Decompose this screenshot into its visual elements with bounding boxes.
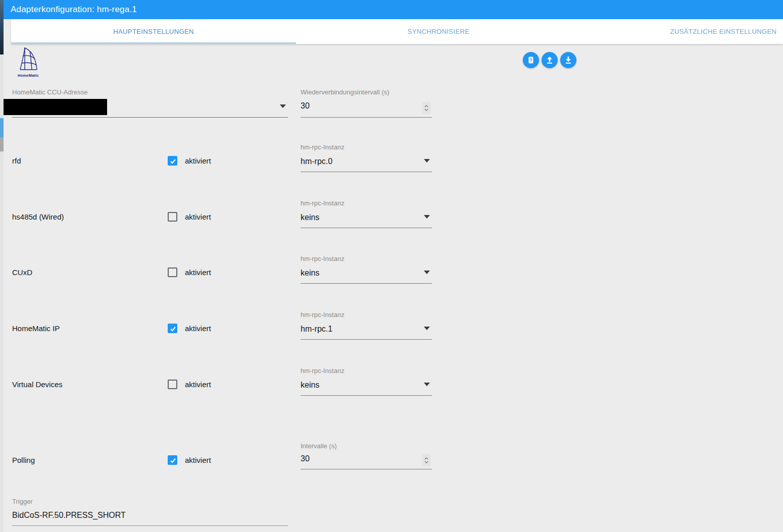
instance-label: hm-rpc-Instanz	[301, 143, 345, 151]
homematic-sail-icon	[17, 46, 40, 71]
cuxd-instance-select[interactable]: hm-rpc-Instanz keins	[301, 253, 432, 284]
daemon-name: CUxD	[12, 268, 32, 277]
virtual-devices-instance-select[interactable]: hm-rpc-Instanz keins	[301, 365, 432, 396]
upload-icon	[546, 56, 554, 64]
polling-name: Polling	[12, 456, 35, 464]
trigger-label: Trigger	[12, 498, 33, 505]
instance-label: hm-rpc-Instanz	[301, 367, 345, 375]
browser-edge-artifact-blue	[0, 118, 4, 137]
daemon-row-cuxd: CUxD aktiviert hm-rpc-Instanz keins	[0, 253, 455, 284]
instance-value: keins	[301, 269, 319, 278]
polling-interval-input[interactable]	[301, 454, 402, 463]
daemon-row-hs485d: hs485d (Wired) aktiviert hm-rpc-Instanz …	[0, 197, 455, 228]
chevron-down-icon[interactable]	[280, 104, 286, 108]
instance-value: keins	[301, 381, 319, 390]
tab-haupteinstellungen[interactable]: HAUPTEINSTELLUNGEN	[11, 19, 296, 44]
download-button[interactable]	[560, 52, 576, 68]
daemon-row-homematic-ip: HomeMatic IP aktiviert hm-rpc-Instanz hm…	[0, 309, 455, 340]
chevron-down-icon[interactable]	[424, 215, 430, 219]
homematic-logo-caption: HomeMatic	[15, 73, 41, 78]
checkmark-icon	[169, 157, 177, 165]
checkbox-label[interactable]: aktiviert	[185, 268, 211, 277]
active-tab-indicator	[11, 42, 296, 44]
ccu-address-label: HomeMatic CCU-Adresse	[12, 88, 88, 96]
checkbox-label[interactable]: aktiviert	[185, 212, 211, 221]
checkbox-label[interactable]: aktiviert	[185, 380, 211, 389]
number-stepper[interactable]	[422, 102, 431, 114]
polling-interval-field: Intervalle (s)	[301, 440, 432, 469]
checkmark-icon	[169, 325, 177, 333]
question-doc-icon: ?	[527, 56, 535, 64]
chevron-down-icon[interactable]	[424, 327, 430, 330]
daemon-name: rfd	[12, 156, 21, 165]
homematic-logo: HomeMatic	[15, 46, 41, 78]
polling-enabled-checkbox[interactable]	[168, 455, 177, 465]
upload-button[interactable]	[542, 52, 558, 68]
checkbox-label[interactable]: aktiviert	[185, 456, 211, 464]
daemon-row-virtual-devices: Virtual Devices aktiviert hm-rpc-Instanz…	[0, 365, 455, 396]
dialog-title: Adapterkonfiguration: hm-rega.1	[4, 5, 137, 15]
chevron-down-icon	[424, 109, 428, 111]
hs485d-instance-select[interactable]: hm-rpc-Instanz keins	[301, 197, 432, 228]
instance-label: hm-rpc-Instanz	[301, 199, 345, 207]
tab-label: SYNCHRONISIERE	[408, 28, 470, 35]
tab-label: ZUSÄTZLICHE EINSTELLUNGEN	[670, 28, 777, 35]
download-icon	[564, 56, 572, 64]
chevron-down-icon	[424, 461, 428, 463]
checkbox-label[interactable]: aktiviert	[185, 324, 211, 333]
checkbox-label[interactable]: aktiviert	[185, 156, 211, 165]
help-button[interactable]: ?	[523, 52, 539, 68]
tab-label: HAUPTEINSTELLUNGEN	[113, 28, 194, 35]
dialog-titlebar: Adapterkonfiguration: hm-rega.1	[4, 0, 783, 19]
chevron-up-icon	[424, 457, 428, 460]
polling-interval-label: Intervalle (s)	[301, 442, 337, 450]
virtual-devices-enabled-checkbox[interactable]	[168, 380, 177, 389]
homematic-ip-enabled-checkbox[interactable]	[168, 324, 177, 333]
instance-label: hm-rpc-Instanz	[301, 255, 345, 262]
number-stepper[interactable]	[422, 454, 431, 466]
adapter-config-dialog: Adapterkonfiguration: hm-rega.1 HAUPTEIN…	[0, 0, 783, 532]
chevron-down-icon[interactable]	[424, 383, 430, 386]
instance-value: keins	[301, 213, 319, 222]
instance-value: hm-rpc.1	[301, 325, 332, 334]
tab-zusaetzliche-einstellungen[interactable]: ZUSÄTZLICHE EINSTELLUNGEN	[581, 19, 783, 44]
svg-text:?: ?	[529, 57, 532, 63]
daemon-name: HomeMatic IP	[12, 324, 60, 333]
chevron-down-icon[interactable]	[424, 159, 430, 163]
tab-bar: HAUPTEINSTELLUNGEN SYNCHRONISIERE ZUSÄTZ…	[11, 19, 783, 44]
chevron-down-icon[interactable]	[424, 271, 430, 274]
polling-row: Polling aktiviert Intervalle (s)	[0, 440, 455, 469]
trigger-field[interactable]: Trigger BidCoS-RF.50.PRESS_SHORT	[12, 497, 288, 526]
reconnect-interval-field: Wiederverbindungsintervall (s)	[301, 86, 432, 118]
daemon-name: hs485d (Wired)	[12, 212, 64, 221]
reconnect-interval-input[interactable]	[301, 101, 402, 111]
trigger-value: BidCoS-RF.50.PRESS_SHORT	[12, 511, 126, 520]
daemon-row-rfd: rfd aktiviert hm-rpc-Instanz hm-rpc.0	[0, 141, 455, 172]
homematic-ip-instance-select[interactable]: hm-rpc-Instanz hm-rpc.1	[301, 309, 432, 340]
instance-value: hm-rpc.0	[301, 157, 332, 166]
daemon-name: Virtual Devices	[12, 380, 63, 389]
instance-label: hm-rpc-Instanz	[301, 311, 345, 318]
chevron-up-icon	[424, 105, 428, 108]
redacted-value-overlay	[4, 99, 107, 115]
browser-edge-artifact-top	[0, 0, 4, 55]
cuxd-enabled-checkbox[interactable]	[168, 268, 177, 277]
reconnect-interval-label: Wiederverbindungsintervall (s)	[301, 88, 389, 96]
rfd-instance-select[interactable]: hm-rpc-Instanz hm-rpc.0	[301, 141, 432, 172]
tab-synchronisiere[interactable]: SYNCHRONISIERE	[296, 19, 581, 44]
checkmark-icon	[169, 457, 177, 464]
rfd-enabled-checkbox[interactable]	[168, 156, 177, 166]
hs485d-enabled-checkbox[interactable]	[168, 212, 177, 222]
